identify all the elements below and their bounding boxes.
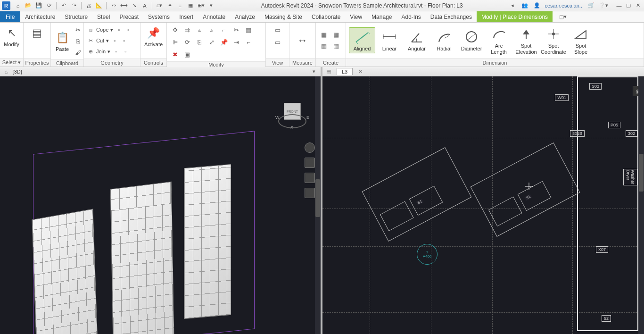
mirror-axis-icon[interactable]: ⟁ — [194, 25, 205, 35]
tag-icon[interactable]: ↘ — [130, 1, 139, 10]
corner-icon[interactable]: ⌐ — [243, 37, 254, 47]
canvas-plan[interactable]: S1 S1 1 A406 S02 W01 P05 301B 302 X07 — [322, 76, 644, 334]
close-icon[interactable]: ✕ — [634, 1, 642, 10]
undo-icon[interactable]: ↶ — [59, 1, 68, 10]
align-icon[interactable]: ⇔ — [109, 1, 118, 10]
scale-icon[interactable]: ⤢ — [206, 37, 217, 47]
section-icon[interactable]: ✦ — [165, 1, 174, 10]
angular-button[interactable]: Angular — [404, 28, 430, 52]
user-icon[interactable]: 👤 — [532, 1, 542, 10]
measure-button[interactable]: ↔ — [292, 32, 313, 49]
switch-icon[interactable]: ⊞▾ — [196, 1, 206, 10]
panel-properties[interactable]: Properties — [24, 58, 50, 67]
join-button[interactable]: ⊕Join ▾ ▫▫ — [87, 46, 129, 57]
scrollbar-plan[interactable] — [638, 76, 644, 334]
minimize-icon[interactable]: — — [615, 1, 623, 10]
rotate-icon[interactable]: ⟳ — [182, 37, 192, 47]
copy-icon[interactable]: ⎘ — [73, 36, 83, 46]
tab-systems[interactable]: Systems — [143, 11, 174, 22]
view-header-3d[interactable]: ⌂ {3D} ▾ — [0, 67, 321, 76]
cut-icon[interactable]: ✂ — [73, 25, 83, 35]
tab-precast[interactable]: Precast — [115, 11, 143, 22]
create-parts-icon[interactable]: ▦ — [331, 41, 341, 51]
mirror-draw-icon[interactable]: ⟁ — [206, 25, 217, 35]
override-icon[interactable]: ▭ — [272, 37, 283, 47]
view-tab-l3[interactable]: L3 — [337, 68, 353, 75]
linear-button[interactable]: Linear — [376, 28, 403, 52]
cart-icon[interactable]: 🛒 — [586, 1, 596, 10]
panel-select[interactable]: Select ▾ — [0, 58, 23, 67]
cope-button[interactable]: ⧈Cope ▾ ▫▫ — [87, 25, 132, 35]
tab-architecture[interactable]: Architecture — [20, 11, 60, 22]
tab-view[interactable]: View — [345, 11, 367, 22]
3d-icon[interactable]: ⌂▾ — [155, 1, 164, 10]
close-views-icon[interactable]: ▦ — [186, 1, 195, 10]
search-icon[interactable]: 👥 — [520, 1, 529, 10]
tab-addins[interactable]: Add-Ins — [396, 11, 425, 22]
tab-structure[interactable]: Structure — [60, 11, 92, 22]
redo-icon[interactable]: ↷ — [69, 1, 79, 10]
tab-manage[interactable]: Manage — [367, 11, 396, 22]
trim-icon[interactable]: ⌐ — [219, 25, 229, 35]
matchtype-icon[interactable]: 🖌 — [73, 47, 83, 58]
extend-icon[interactable]: ⇥ — [231, 37, 241, 47]
file-tab[interactable]: File — [0, 11, 20, 22]
keyboard-icon[interactable]: ◂ — [508, 1, 517, 10]
align-ribbon-icon[interactable]: ⊫ — [170, 37, 180, 47]
user-name[interactable]: cesar.r.escalan... — [545, 3, 584, 8]
pan-icon[interactable] — [305, 158, 315, 168]
cut-geom-button[interactable]: ✂Cut ▾ ▫▫ — [87, 35, 128, 46]
split-icon[interactable]: ✂ — [231, 25, 241, 35]
tab-dataexchanges[interactable]: Data Exchanges — [426, 11, 477, 22]
tab-collaborate[interactable]: Collaborate — [307, 11, 345, 22]
tab-steel[interactable]: Steel — [92, 11, 115, 22]
elevation-callout[interactable]: 1 A406 — [417, 244, 438, 265]
zoom-icon[interactable] — [305, 173, 315, 183]
tab-insert[interactable]: Insert — [174, 11, 198, 22]
tab-massing[interactable]: Massing & Site — [260, 11, 307, 22]
print-icon[interactable]: 🖨 — [84, 1, 93, 10]
sync-icon[interactable]: ⟳ — [44, 1, 54, 10]
array-icon[interactable]: ▦ — [243, 25, 254, 35]
tab-analyze[interactable]: Analyze — [230, 11, 260, 22]
hide-icon[interactable]: ▭ — [272, 25, 283, 35]
aligned-button[interactable]: Aligned — [349, 27, 375, 53]
copy-ribbon-icon[interactable]: ⎘ — [194, 37, 205, 47]
home-view-icon[interactable]: ⌂ — [3, 68, 9, 75]
tab-annotate[interactable]: Annotate — [198, 11, 230, 22]
diameter-button[interactable]: Diameter — [458, 28, 485, 52]
paste-button[interactable]: 📋 Paste — [54, 29, 71, 53]
viewcube[interactable]: FRONT W E S — [278, 100, 306, 128]
close-view-icon[interactable]: ✕ — [358, 68, 363, 75]
qat-dropdown-icon[interactable]: ▾ — [206, 1, 216, 10]
scrollbar-3d[interactable] — [315, 76, 321, 334]
tab-options-icon[interactable]: ▢▾ — [559, 11, 567, 22]
offset-icon[interactable]: ⇉ — [182, 25, 192, 35]
help-icon[interactable]: ❔▾ — [599, 1, 608, 10]
activate-button[interactable]: 📌 Activate — [142, 25, 165, 48]
text-icon[interactable]: A — [140, 1, 149, 10]
spotslope-button[interactable]: Spot Slope — [568, 25, 594, 55]
navigation-bar[interactable] — [304, 142, 316, 237]
create-group-icon[interactable]: ▦ — [319, 41, 329, 51]
move-icon[interactable]: ✥ — [170, 25, 180, 35]
pin-icon[interactable]: 📌 — [219, 37, 229, 47]
open-icon[interactable]: 📂 — [24, 1, 33, 10]
canvas-3d[interactable]: FRONT W E S — [0, 76, 321, 334]
radial-button[interactable]: Radial — [431, 28, 457, 52]
spotelevation-button[interactable]: Spot Elevation — [513, 25, 539, 55]
modify-button[interactable]: ↖ Modify — [0, 25, 23, 48]
home-icon[interactable]: ⌂ — [13, 1, 23, 10]
thin-lines-icon[interactable]: ≡ — [175, 1, 185, 10]
maximize-icon[interactable]: ▢ — [624, 1, 633, 10]
dim-icon[interactable]: ⟷ — [119, 1, 129, 10]
properties-button[interactable]: ▤ — [26, 25, 49, 42]
orbit-icon[interactable] — [305, 188, 315, 198]
measure-icon[interactable]: 📐 — [94, 1, 104, 10]
steering-wheel-icon[interactable] — [305, 142, 315, 153]
spotcoordinate-button[interactable]: Spot Coordinate — [540, 25, 567, 55]
create-assembly-icon[interactable]: ▦ — [331, 30, 341, 40]
group-icon[interactable]: ▣ — [182, 49, 192, 59]
plan-doc-icon[interactable]: ▤ — [325, 68, 332, 75]
tab-modify-dimensions[interactable]: Modify | Place Dimensions — [477, 11, 553, 22]
